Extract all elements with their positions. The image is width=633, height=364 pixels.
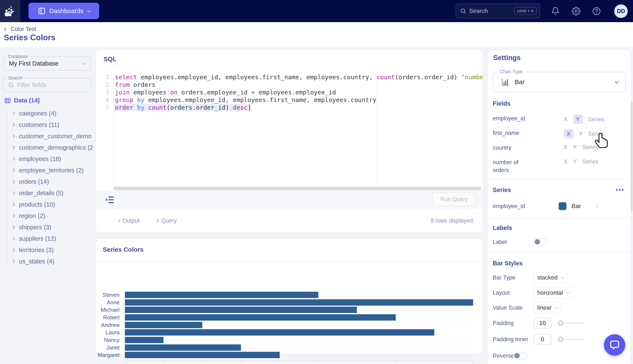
label-toggle[interactable] [534, 238, 548, 246]
layout-row: Layout horizontal [488, 287, 631, 298]
x-tick [280, 361, 280, 363]
format-query-icon[interactable] [105, 195, 115, 205]
sql-code-editor[interactable]: 12345 select employees.employee_id, empl… [96, 73, 483, 191]
category-label: Steven [96, 292, 120, 298]
tree-item-table[interactable]: orders (14) [3, 176, 93, 187]
axis-option-series-button[interactable]: Series [582, 158, 598, 165]
padding-slider[interactable] [560, 320, 585, 326]
axis-option-x-button[interactable]: X [564, 144, 567, 150]
tree-item-table[interactable]: customer_customer_demo ... [3, 130, 93, 142]
series-options-ellipsis-icon[interactable] [616, 189, 623, 191]
tree-item-table[interactable]: products (10) [3, 199, 93, 210]
user-avatar[interactable]: DD [614, 4, 628, 18]
layout-value: horizontal [537, 290, 563, 296]
tree-item-table[interactable]: shippers (3) [3, 222, 93, 233]
sql-token [133, 104, 137, 111]
chart-type-select[interactable]: Chart Type Bar [493, 72, 625, 92]
tree-item-table[interactable]: us_states (4) [3, 256, 93, 267]
padding-inner-slider[interactable] [560, 336, 585, 342]
tab-query[interactable]: Query [156, 218, 177, 224]
tree-item-table[interactable]: territories (3) [3, 244, 93, 256]
tree-item-table[interactable]: customers (11) [3, 119, 93, 130]
chevron-right-icon [12, 157, 15, 161]
axis-option-y-button[interactable]: Y [573, 158, 577, 165]
bar [125, 344, 241, 351]
axis-option-series-button[interactable]: Series [588, 131, 604, 137]
tab-output-label: Output [123, 218, 140, 224]
database-select-label: Database [6, 54, 30, 59]
padding-input[interactable]: 10 [534, 318, 551, 328]
sql-token: (orders.order_id) [166, 104, 233, 111]
table-name-label: customers (11) [19, 122, 59, 128]
axis-option-x-button[interactable]: X [564, 129, 573, 139]
database-select[interactable]: Database My First Database [3, 56, 91, 70]
value-scale-dropdown[interactable]: linear [534, 302, 561, 313]
data-tree-header[interactable]: Data (14) [4, 97, 40, 104]
data-tree-header-label: Data (14) [14, 97, 40, 104]
avatar-initials: DD [617, 8, 625, 14]
sql-line: order by count(orders.order_id) desc [115, 104, 483, 111]
axis-assignment-buttons: XYSeries [564, 115, 604, 124]
back-breadcrumb-link[interactable]: Color Test [5, 26, 36, 32]
sql-code-lines: select employees.employee_id, employees.… [115, 73, 483, 111]
axis-option-y-button[interactable]: Y [573, 115, 583, 124]
settings-panel: Settings Chart Type Bar Fields employee_… [488, 50, 631, 364]
run-query-button[interactable]: Run Query [432, 192, 476, 206]
reverse-toggle[interactable] [513, 352, 527, 359]
editor-horizontal-scrollbar[interactable] [113, 186, 481, 190]
slider-knob[interactable] [558, 336, 563, 342]
label-toggle-row: Label [488, 236, 631, 248]
sql-token: select [115, 74, 137, 81]
slider-knob[interactable] [558, 320, 563, 326]
padding-label: Padding [493, 320, 514, 326]
dashboards-button[interactable]: Dashboards [29, 3, 99, 19]
series-color-swatch[interactable] [558, 202, 567, 210]
sql-token [144, 104, 148, 111]
layout-dropdown[interactable]: horizontal [534, 287, 572, 298]
tree-item-table[interactable]: employee_territories (2) [3, 164, 93, 176]
chevron-down-icon [555, 306, 558, 309]
chart-type-label: Chart Type [498, 69, 525, 74]
x-tick [163, 361, 164, 363]
sql-line: from orders [115, 81, 483, 88]
y-tick [121, 348, 124, 348]
global-search-input[interactable]: Search cmd + k [456, 4, 540, 18]
tree-item-table[interactable]: categories (4) [3, 108, 93, 119]
tree-item-table[interactable]: customer_demographics (2) [3, 142, 93, 153]
settings-gear-icon[interactable] [572, 7, 580, 16]
x-tick [357, 361, 357, 363]
support-chat-button[interactable] [604, 334, 625, 356]
axis-option-series-button[interactable]: Series [588, 116, 604, 123]
table-name-label: shippers (3) [19, 224, 51, 231]
tree-item-table[interactable]: suppliers (12) [3, 233, 93, 244]
table-name-label: employee_territories (2) [19, 167, 84, 174]
sql-token: employees [130, 89, 170, 96]
search-shortcut-badge: cmd + k [514, 7, 537, 15]
series-type-value[interactable]: Bar [572, 203, 581, 210]
database-select-value: My First Database [9, 60, 83, 67]
axis-option-x-button[interactable]: X [564, 158, 567, 165]
axis-option-y-button[interactable]: Y [573, 144, 577, 150]
bar-type-value: stacked [537, 274, 558, 281]
axis-option-y-button[interactable]: Y [579, 131, 583, 137]
axis-option-series-button[interactable]: Series [582, 144, 598, 150]
padding-inner-input[interactable]: 0 [534, 334, 551, 345]
axis-option-x-button[interactable]: X [564, 116, 567, 123]
tab-output[interactable]: Output [117, 218, 140, 224]
bar [125, 314, 396, 320]
help-icon[interactable] [592, 7, 601, 16]
settings-scrollbar[interactable] [631, 102, 632, 211]
app-logo[interactable] [0, 0, 20, 22]
table-name-label: territories (3) [19, 246, 54, 254]
field-row: number of ordersXYSeries [488, 157, 631, 168]
tree-item-table[interactable]: employees (18) [3, 153, 93, 164]
tree-item-table[interactable]: order_details (5) [3, 187, 93, 199]
table-name-label: customer_demographics (2) [19, 144, 93, 151]
notifications-bell-icon[interactable] [551, 7, 560, 16]
sql-token: order [115, 104, 133, 111]
axis-assignment-buttons: XYSeries [564, 158, 598, 165]
filter-fields-input[interactable]: Search Filter fields [3, 78, 91, 92]
bar-type-dropdown[interactable]: stacked [534, 272, 567, 283]
table-name-label: products (10) [19, 201, 55, 208]
tree-item-table[interactable]: region (2) [3, 210, 93, 222]
